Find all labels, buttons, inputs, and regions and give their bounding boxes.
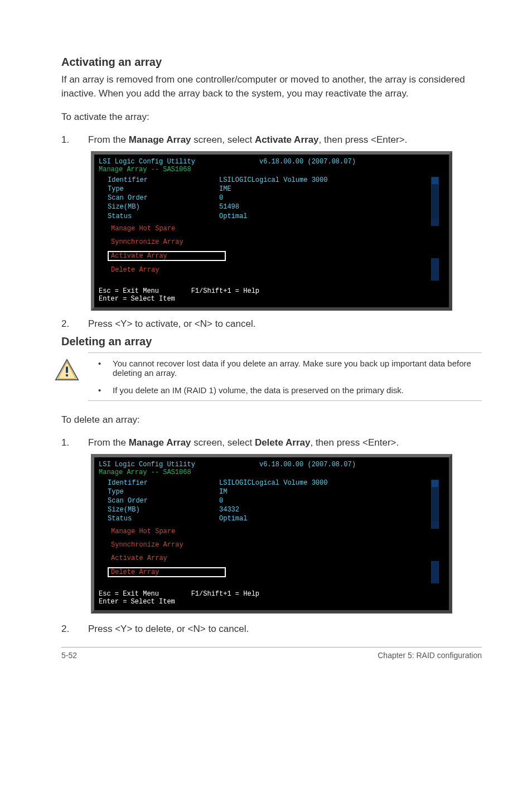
warning-text-1: You cannot recover lost data if you dele… bbox=[113, 359, 482, 378]
text-fragment: , then press <Enter>. bbox=[319, 134, 408, 145]
field-label: Type bbox=[108, 487, 219, 496]
term-header: LSI Logic Config Utility v6.18.00.00 (20… bbox=[99, 461, 444, 468]
para-activating-desc: If an array is removed from one controll… bbox=[61, 73, 482, 100]
term-version: v6.18.00.00 (2007.08.07) bbox=[259, 461, 356, 468]
field-value: 0 bbox=[219, 194, 223, 202]
heading-deleting: Deleting an array bbox=[61, 335, 482, 348]
text-bold: Activate Array bbox=[255, 134, 319, 145]
term-subhead: Manage Array -- SAS1068 bbox=[99, 468, 444, 476]
warning-text-2: If you delete an IM (RAID 1) volume, the… bbox=[113, 385, 404, 395]
menu-hot-spare[interactable]: Manage Hot Spare bbox=[108, 224, 226, 233]
scrollbar-icon bbox=[431, 480, 439, 529]
field-label: Scan Order bbox=[108, 194, 219, 202]
step-2-num: 2. bbox=[61, 318, 88, 330]
menu-activate-array[interactable]: Activate Array bbox=[108, 554, 226, 563]
term-footer: Esc = Exit Menu F1/Shift+1 = Help Enter … bbox=[99, 590, 444, 606]
text-fragment: screen, select bbox=[191, 437, 255, 448]
step-1b: 1. From the Manage Array screen, select … bbox=[61, 437, 482, 448]
warning-icon bbox=[55, 359, 79, 381]
step-1b-num: 1. bbox=[61, 437, 88, 448]
terminal-1: LSI Logic Config Utility v6.18.00.00 (20… bbox=[91, 151, 452, 311]
chapter-label: Chapter 5: RAID configuration bbox=[378, 651, 482, 660]
warning-body: You cannot recover lost data if you dele… bbox=[88, 359, 482, 395]
field-value: LSILOGICLogical Volume 3000 bbox=[219, 479, 327, 487]
field-value: IM bbox=[219, 487, 227, 496]
step-2b-text: Press <Y> to delete, or <N> to cancel. bbox=[88, 624, 482, 635]
field-label: Identifier bbox=[108, 479, 219, 487]
term-body: IdentifierLSILOGICLogical Volume 3000 Ty… bbox=[108, 479, 436, 584]
page-footer: 5-52 Chapter 5: RAID configuration bbox=[61, 647, 482, 660]
svg-point-3 bbox=[66, 374, 68, 376]
text-fragment: , then press <Enter>. bbox=[310, 437, 399, 448]
term-header-left: LSI Logic Config Utility bbox=[99, 158, 195, 166]
text-fragment: screen, select bbox=[191, 134, 255, 145]
terminal-2: LSI Logic Config Utility v6.18.00.00 (20… bbox=[91, 454, 452, 613]
menu-delete-array[interactable]: Delete Array bbox=[108, 265, 226, 274]
step-2b: 2. Press <Y> to delete, or <N> to cancel… bbox=[61, 624, 482, 635]
field-value: 51498 bbox=[219, 202, 239, 211]
field-label: Type bbox=[108, 185, 219, 194]
field-value: LSILOGICLogical Volume 3000 bbox=[219, 176, 327, 185]
scrollbar-icon bbox=[431, 561, 439, 583]
menu-sync-array[interactable]: Synnchronize Array bbox=[108, 540, 226, 549]
term-version: v6.18.00.00 (2007.08.07) bbox=[259, 158, 356, 166]
text-bold: Manage Array bbox=[129, 437, 191, 448]
term-header: LSI Logic Config Utility v6.18.00.00 (20… bbox=[99, 158, 444, 166]
step-1b-text: From the Manage Array screen, select Del… bbox=[88, 437, 482, 448]
warning-bullet: If you delete an IM (RAID 1) volume, the… bbox=[98, 385, 482, 395]
text-bold: Delete Array bbox=[255, 437, 311, 448]
field-label: Identifier bbox=[108, 176, 219, 185]
step-1: 1. From the Manage Array screen, select … bbox=[61, 134, 482, 146]
term-footer: Esc = Exit Menu F1/Shift+1 = Help Enter … bbox=[99, 287, 444, 303]
step-2b-num: 2. bbox=[61, 624, 88, 635]
field-label: Scan Order bbox=[108, 496, 219, 505]
text-bold: Manage Array bbox=[129, 134, 191, 145]
step-1-text: From the Manage Array screen, select Act… bbox=[88, 134, 482, 146]
field-value: IME bbox=[219, 185, 231, 194]
menu-activate-array[interactable]: Activate Array bbox=[108, 251, 226, 261]
bullet-icon bbox=[98, 385, 113, 395]
term-body: IdentifierLSILOGICLogical Volume 3000 Ty… bbox=[108, 176, 436, 282]
scrollbar-icon bbox=[431, 258, 439, 281]
field-label: Status bbox=[108, 514, 219, 523]
field-value: 0 bbox=[219, 496, 223, 505]
field-value: 34332 bbox=[219, 505, 239, 514]
step-2-text: Press <Y> to activate, or <N> to cancel. bbox=[88, 318, 482, 330]
menu-delete-array[interactable]: Delete Array bbox=[108, 567, 226, 577]
term-subhead: Manage Array -- SAS1068 bbox=[99, 166, 444, 173]
bullet-icon bbox=[98, 359, 113, 378]
field-label: Size(MB) bbox=[108, 505, 219, 514]
warning-bullet: You cannot recover lost data if you dele… bbox=[98, 359, 482, 378]
page: Activating an array If an array is remov… bbox=[0, 0, 532, 688]
para-deleting-lead: To delete an array: bbox=[61, 413, 482, 427]
text-fragment: From the bbox=[88, 134, 129, 145]
warning-box: You cannot recover lost data if you dele… bbox=[88, 352, 482, 401]
field-value: Optimal bbox=[219, 212, 247, 221]
field-value: Optimal bbox=[219, 514, 247, 523]
heading-activating: Activating an array bbox=[61, 56, 482, 69]
menu-hot-spare[interactable]: Manage Hot Spare bbox=[108, 527, 226, 536]
svg-rect-2 bbox=[66, 366, 68, 373]
field-label: Status bbox=[108, 212, 219, 221]
text-fragment: From the bbox=[88, 437, 129, 448]
term-header-left: LSI Logic Config Utility bbox=[99, 461, 195, 468]
field-label: Size(MB) bbox=[108, 202, 219, 211]
warning-icon-col bbox=[55, 359, 88, 395]
step-2: 2. Press <Y> to activate, or <N> to canc… bbox=[61, 318, 482, 330]
scrollbar-icon bbox=[431, 177, 439, 226]
terminal-2-wrap: LSI Logic Config Utility v6.18.00.00 (20… bbox=[61, 454, 482, 613]
terminal-1-wrap: LSI Logic Config Utility v6.18.00.00 (20… bbox=[61, 151, 482, 311]
step-1-num: 1. bbox=[61, 134, 88, 146]
para-activating-lead: To activate the array: bbox=[61, 110, 482, 124]
menu-sync-array[interactable]: Synnchronize Array bbox=[108, 238, 226, 247]
page-number: 5-52 bbox=[61, 651, 77, 660]
